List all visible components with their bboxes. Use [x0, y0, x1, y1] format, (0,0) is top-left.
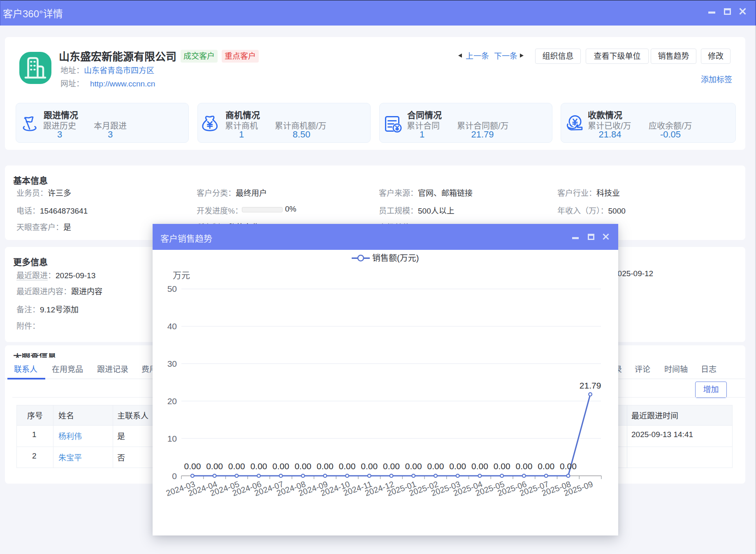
svg-text:0.00: 0.00 [317, 461, 334, 471]
svg-text:0.00: 0.00 [361, 461, 378, 471]
svg-text:0.00: 0.00 [272, 461, 289, 471]
svg-text:10: 10 [167, 434, 177, 443]
svg-text:0.00: 0.00 [339, 461, 356, 471]
svg-text:0: 0 [172, 471, 177, 481]
svg-text:0.00: 0.00 [515, 461, 532, 471]
svg-text:20: 20 [167, 396, 177, 406]
svg-text:0.00: 0.00 [383, 461, 400, 471]
svg-text:0.00: 0.00 [405, 461, 422, 471]
svg-text:0.00: 0.00 [228, 461, 245, 471]
svg-text:21.79: 21.79 [580, 381, 601, 390]
svg-text:0.00: 0.00 [206, 461, 223, 471]
svg-text:0.00: 0.00 [471, 461, 488, 471]
svg-text:0.00: 0.00 [250, 461, 267, 471]
svg-text:0.00: 0.00 [560, 461, 577, 471]
svg-text:40: 40 [167, 321, 177, 331]
svg-text:50: 50 [167, 284, 177, 293]
svg-text:0.00: 0.00 [494, 461, 510, 471]
svg-text:0.00: 0.00 [449, 461, 466, 471]
svg-text:0.00: 0.00 [184, 461, 201, 471]
svg-text:0.00: 0.00 [538, 461, 554, 471]
svg-text:销售额(万元): 销售额(万元) [372, 254, 419, 263]
svg-text:0.00: 0.00 [427, 461, 444, 471]
svg-text:30: 30 [167, 359, 177, 368]
svg-text:万元: 万元 [173, 270, 190, 280]
svg-text:0.00: 0.00 [295, 461, 311, 471]
